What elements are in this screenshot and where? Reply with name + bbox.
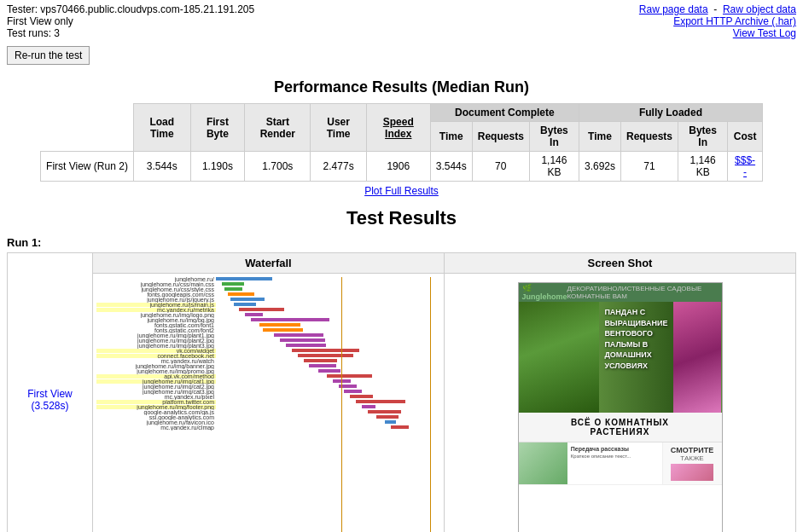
- wf-bar-area: [216, 405, 440, 409]
- wf-bar: [356, 400, 405, 403]
- wf-bar: [318, 369, 340, 373]
- wf-bar: [309, 364, 336, 367]
- wf-bar-area: [216, 354, 440, 358]
- cell-load-time: 3.544s: [133, 152, 190, 182]
- header-info: Tester: vps70466.public.cloudvps.com-185…: [7, 3, 254, 39]
- group-doc-complete: Document Complete: [430, 104, 579, 122]
- wf-bar-area: [216, 420, 440, 425]
- wf-bar-area: [216, 349, 440, 353]
- wf-bar-area: [216, 395, 440, 399]
- ss-nav-links: ДЕКОРАТИВНОЛИСТВЕННЫЕ САДОВЫЕ КОМНАТНЫЕ …: [567, 285, 719, 300]
- first-view-text: First View(3.528s): [27, 388, 72, 412]
- wf-bar: [251, 318, 329, 321]
- ss-content-row: Передача рассказы Краткое описание текст…: [519, 442, 722, 485]
- cell-speed-index: 1906: [366, 152, 430, 182]
- ss-banner: ВСЁ О КОМНАТНЫХ РАСТЕНИЯХ: [519, 413, 722, 442]
- wf-bar: [228, 292, 255, 296]
- wf-bar-area: [216, 369, 440, 373]
- waterfall-title: Waterfall: [93, 253, 444, 274]
- wf-bar: [362, 405, 375, 408]
- ss-hero-text: ПАНДАН СВЫРАЩИВАНИЕВЕНТОВОГОПАЛЬМЫ ВДОМА…: [599, 302, 672, 413]
- wf-bar-area: [216, 277, 440, 281]
- tester-info: Tester: vps70466.public.cloudvps.com-185…: [7, 3, 254, 15]
- col-first-byte: First Byte: [190, 104, 244, 152]
- screenshot-section: Screen Shot 🌿 Junglehome ДЕКОРАТИВНОЛИСТ…: [445, 253, 795, 532]
- ss-logo: 🌿 Junglehome: [522, 284, 567, 301]
- wf-bar-area: [216, 390, 440, 394]
- wf-bar: [224, 287, 242, 291]
- cell-fl-bytes: 1,146 KB: [678, 152, 728, 182]
- wf-bar-area: [216, 282, 440, 286]
- wf-bar: [298, 354, 354, 357]
- waterfall-section: Waterfall junglehome.ru/junglehome.ru/cs…: [93, 253, 445, 532]
- ss-thumb: [671, 464, 713, 481]
- wf-bar-area: [216, 400, 440, 404]
- wf-bar-area: [216, 385, 440, 389]
- col-speed-index: Speed Index: [366, 104, 430, 152]
- ss-hero: ПАНДАН СВЫРАЩИВАНИЕВЕНТОВОГОПАЛЬМЫ ВДОМА…: [519, 302, 722, 413]
- wf-bar: [216, 277, 272, 280]
- rerun-button[interactable]: Re-run the test: [7, 46, 90, 65]
- sub-dc-bytes: Bytes In: [529, 122, 579, 152]
- wf-bar: [263, 328, 303, 332]
- wf-bar: [259, 323, 300, 327]
- wf-row-label: mc.yandex.ru/clmap: [96, 425, 216, 431]
- wf-bar-area: [216, 410, 440, 414]
- wf-bar-area: [216, 328, 440, 332]
- wf-bar-area: [216, 303, 440, 307]
- wf-bar-area: [216, 359, 440, 363]
- perf-table: Load Time First Byte Start Render User T…: [40, 103, 763, 182]
- wf-bar-area: [216, 323, 440, 327]
- waterfall-sim: junglehome.ru/junglehome.ru/css/main.css…: [96, 277, 440, 532]
- perf-title: Performance Results (Median Run): [0, 78, 803, 96]
- raw-object-data-link[interactable]: Raw object data: [723, 3, 796, 15]
- wf-bar-area: [216, 318, 440, 322]
- results-section: First View(3.528s) Waterfall junglehome.…: [7, 252, 796, 532]
- run-link[interactable]: Run 2: [97, 160, 125, 172]
- first-view-label[interactable]: First View(3.528s): [8, 253, 93, 532]
- wf-bar: [391, 425, 409, 429]
- wf-bar-area: [216, 379, 440, 384]
- view-test-log-link[interactable]: View Test Log: [733, 27, 796, 39]
- wf-bar: [234, 303, 256, 306]
- cell-fl-time: 3.692s: [579, 152, 620, 182]
- cell-fl-cost: $$$--: [728, 152, 763, 182]
- wf-bar: [230, 298, 264, 301]
- plot-full-results-link[interactable]: Plot Full Results: [40, 185, 763, 197]
- wf-bar: [292, 349, 359, 352]
- col-load-time: Load Time: [133, 104, 190, 152]
- wf-bar: [376, 415, 399, 419]
- cell-dc-requests: 70: [472, 152, 529, 182]
- wf-bar-area: [216, 292, 440, 297]
- waterfall-row: mc.yandex.ru/clmap: [96, 425, 440, 430]
- export-http-link[interactable]: Export HTTP Archive (.har): [673, 15, 796, 27]
- ss-nav: 🌿 Junglehome ДЕКОРАТИВНОЛИСТВЕННЫЕ САДОВ…: [519, 283, 722, 302]
- wf-bar-area: [216, 364, 440, 368]
- cell-user-time: 2.477s: [311, 152, 366, 182]
- wf-bar-area: [216, 298, 440, 302]
- wf-bar: [344, 390, 362, 393]
- screenshot-title: Screen Shot: [445, 253, 795, 274]
- view-mode: First View only: [7, 15, 254, 27]
- ss-cell-1: [519, 442, 567, 484]
- test-results-title: Test Results: [0, 207, 803, 229]
- sub-fl-bytes: Bytes In: [678, 122, 728, 152]
- sub-fl-cost: Cost: [728, 122, 763, 152]
- run1-label: Run 1:: [7, 236, 796, 249]
- cell-start-render: 1.700s: [245, 152, 311, 182]
- sub-dc-requests: Requests: [472, 122, 529, 152]
- wf-bar: [350, 395, 372, 398]
- sub-dc-time: Time: [430, 122, 472, 152]
- cost-link[interactable]: $$$--: [735, 154, 755, 178]
- wf-bar: [245, 313, 263, 316]
- sub-fl-requests: Requests: [621, 122, 678, 152]
- ss-hero-right-img: [673, 302, 722, 413]
- wf-bar-area: [216, 313, 440, 317]
- cell-dc-time: 3.544s: [430, 152, 472, 182]
- col-user-time: User Time: [311, 104, 366, 152]
- sub-fl-time: Time: [579, 122, 620, 152]
- test-runs: Test runs: 3: [7, 27, 254, 39]
- screenshot-image: 🌿 Junglehome ДЕКОРАТИВНОЛИСТВЕННЫЕ САДОВ…: [518, 282, 723, 532]
- wf-bar: [339, 385, 357, 388]
- raw-page-data-link[interactable]: Raw page data: [639, 3, 708, 15]
